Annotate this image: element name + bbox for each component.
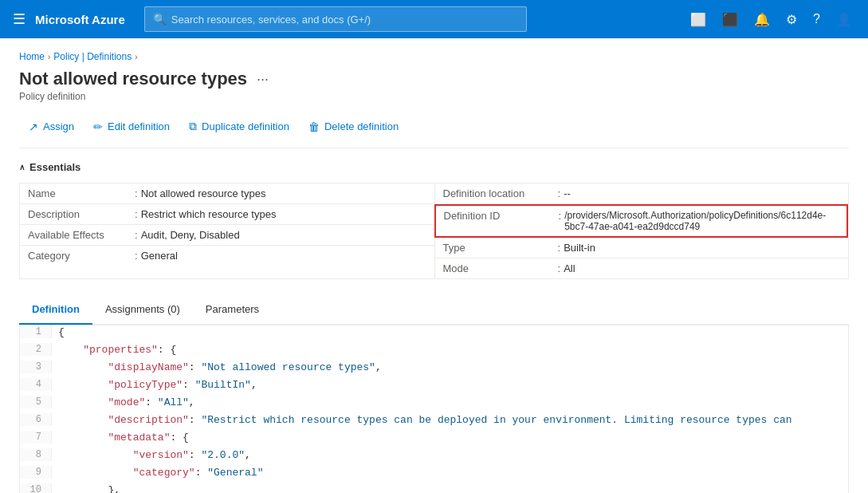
- line-num-1: 1: [20, 325, 52, 338]
- category-value: General: [141, 250, 178, 262]
- tab-assignments[interactable]: Assignments (0): [92, 295, 193, 325]
- line-content-6: "description": "Restrict which resource …: [52, 413, 848, 427]
- line-content-7: "metadata": {: [52, 431, 848, 444]
- code-line-5: 5 "mode": "All",: [20, 396, 848, 413]
- effects-colon: :: [135, 229, 138, 241]
- line-content-1: {: [52, 325, 848, 339]
- def-id-label: Definition ID: [444, 210, 556, 232]
- def-location-label: Definition location: [443, 187, 555, 199]
- page-title-row: Not allowed resource types ···: [19, 69, 849, 89]
- category-label: Category: [28, 250, 132, 262]
- edit-label: Edit definition: [108, 120, 170, 132]
- effects-value: Audit, Deny, Disabled: [141, 229, 240, 241]
- duplicate-definition-button[interactable]: ⧉ Duplicate definition: [179, 115, 299, 138]
- description-label: Description: [28, 208, 132, 220]
- mode-colon: :: [558, 262, 561, 274]
- code-line-4: 4 "policyType": "BuiltIn",: [20, 378, 848, 396]
- settings-btn[interactable]: ⚙: [780, 7, 803, 32]
- line-content-9: "category": "General": [52, 466, 848, 479]
- line-num-5: 5: [20, 396, 52, 408]
- account-btn[interactable]: 👤: [830, 7, 858, 32]
- line-content-4: "policyType": "BuiltIn",: [52, 378, 848, 392]
- code-line-8: 8 "version": "2.0.0",: [20, 448, 848, 466]
- line-num-8: 8: [20, 448, 52, 461]
- essentials-left-row-1: Description : Restrict which resource ty…: [20, 204, 434, 225]
- line-content-5: "mode": "All",: [52, 396, 848, 409]
- mode-value: All: [564, 262, 575, 274]
- assign-icon: ↗: [29, 120, 38, 133]
- category-colon: :: [135, 250, 138, 262]
- type-label: Type: [443, 242, 555, 254]
- cloud-shell-btn[interactable]: ⬛: [716, 7, 744, 32]
- code-line-6: 6 "description": "Restrict which resourc…: [20, 413, 848, 431]
- type-value: Built-in: [564, 242, 595, 254]
- name-label: Name: [28, 187, 132, 199]
- tab-definition[interactable]: Definition: [19, 295, 92, 325]
- breadcrumb-policy-definitions[interactable]: Policy | Definitions: [53, 51, 132, 62]
- code-line-9: 9 "category": "General": [20, 466, 848, 483]
- portal-icon-btn[interactable]: ⬜: [684, 7, 713, 32]
- assign-label: Assign: [43, 120, 74, 132]
- line-num-2: 2: [20, 343, 52, 356]
- hamburger-icon[interactable]: ☰: [10, 7, 29, 31]
- toolbar: ↗ Assign ✏ Edit definition ⧉ Duplicate d…: [19, 115, 849, 148]
- delete-definition-button[interactable]: 🗑 Delete definition: [299, 116, 408, 138]
- essentials-toggle-icon: ∧: [19, 163, 25, 172]
- code-line-1: 1 {: [20, 325, 848, 343]
- page-title: Not allowed resource types: [19, 69, 247, 89]
- page-options-ellipsis[interactable]: ···: [253, 69, 272, 89]
- top-navigation: ☰ Microsoft Azure 🔍 ⬜ ⬛ 🔔 ⚙ ? 👤: [0, 0, 868, 38]
- def-location-value: --: [564, 187, 571, 199]
- top-nav-icons: ⬜ ⬛ 🔔 ⚙ ? 👤: [684, 7, 858, 32]
- essentials-header[interactable]: ∧ Essentials: [19, 161, 849, 173]
- description-colon: :: [135, 208, 138, 220]
- app-logo: Microsoft Azure: [35, 13, 125, 26]
- duplicate-icon: ⧉: [189, 120, 197, 133]
- line-content-8: "version": "2.0.0",: [52, 448, 848, 462]
- search-input[interactable]: [171, 14, 518, 26]
- delete-label: Delete definition: [324, 120, 399, 132]
- essentials-right-row-2: Type : Built-in: [434, 238, 849, 258]
- essentials-left-row-3: Category : General: [20, 246, 434, 266]
- delete-icon: 🗑: [308, 120, 320, 133]
- essentials-title: Essentials: [29, 161, 81, 173]
- def-location-colon: :: [558, 187, 561, 199]
- mode-label: Mode: [443, 262, 555, 274]
- essentials-grid: Name : Not allowed resource types Descri…: [19, 183, 849, 279]
- def-id-value: /providers/Microsoft.Authorization/polic…: [564, 210, 839, 232]
- breadcrumb-home[interactable]: Home: [19, 51, 45, 62]
- essentials-left-row-0: Name : Not allowed resource types: [20, 183, 434, 204]
- help-btn[interactable]: ?: [807, 7, 827, 31]
- essentials-right-row-3: Mode : All: [434, 258, 849, 278]
- essentials-right-row-0: Definition location : --: [434, 183, 849, 204]
- breadcrumb: Home › Policy | Definitions ›: [19, 51, 849, 62]
- code-line-2: 2 "properties": {: [20, 343, 848, 361]
- name-colon: :: [135, 187, 138, 199]
- line-num-10: 10: [20, 483, 52, 493]
- assign-button[interactable]: ↗ Assign: [19, 116, 84, 138]
- essentials-left-row-2: Available Effects : Audit, Deny, Disable…: [20, 225, 434, 246]
- line-num-4: 4: [20, 378, 52, 391]
- edit-definition-button[interactable]: ✏ Edit definition: [84, 116, 179, 138]
- tabs-bar: Definition Assignments (0) Parameters: [19, 295, 849, 325]
- code-line-3: 3 "displayName": "Not allowed resource t…: [20, 361, 848, 378]
- line-num-7: 7: [20, 431, 52, 444]
- line-num-9: 9: [20, 466, 52, 479]
- line-num-6: 6: [20, 413, 52, 426]
- line-content-2: "properties": {: [52, 343, 848, 357]
- essentials-right-col: Definition location : -- Definition ID :…: [434, 183, 849, 278]
- search-icon: 🔍: [153, 13, 167, 26]
- main-content: Home › Policy | Definitions › Not allowe…: [0, 38, 868, 493]
- notifications-btn[interactable]: 🔔: [748, 7, 776, 32]
- code-editor[interactable]: 1 { 2 "properties": { 3 "displayName": "…: [19, 325, 849, 493]
- line-num-3: 3: [20, 361, 52, 373]
- def-id-colon: :: [559, 210, 562, 232]
- name-value: Not allowed resource types: [141, 187, 266, 199]
- breadcrumb-sep-1: ›: [48, 53, 50, 61]
- tab-parameters[interactable]: Parameters: [193, 295, 272, 325]
- search-bar[interactable]: 🔍: [144, 6, 527, 32]
- line-content-10: },: [52, 483, 848, 493]
- edit-icon: ✏: [93, 120, 103, 133]
- duplicate-label: Duplicate definition: [202, 120, 289, 132]
- code-line-7: 7 "metadata": {: [20, 431, 848, 448]
